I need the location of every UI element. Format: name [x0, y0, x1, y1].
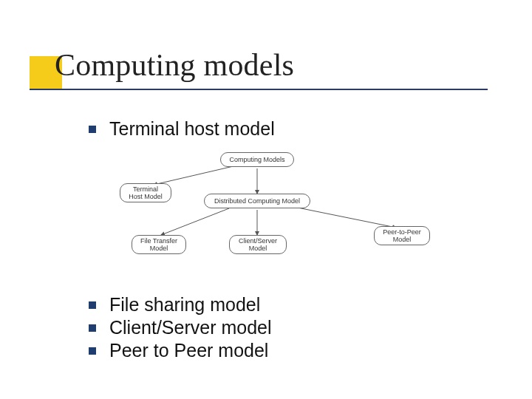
svg-line-0	[154, 166, 236, 185]
svg-line-2	[161, 208, 229, 235]
bullet-terminal-host: Terminal host model	[89, 118, 275, 140]
bullet-icon	[89, 324, 96, 332]
bullet-text: Terminal host model	[109, 118, 275, 140]
bullet-text: Peer to Peer model	[109, 340, 268, 361]
bullet-client-server: Client/Server model	[89, 317, 272, 338]
bullets-bottom: File sharing model Client/Server model P…	[89, 294, 272, 363]
bullet-icon	[89, 301, 96, 309]
node-distributed: Distributed Computing Model	[204, 194, 310, 208]
node-root: Computing Models	[220, 152, 294, 167]
bullet-text: Client/Server model	[109, 317, 272, 338]
diagram-connectors	[102, 152, 442, 278]
title-underline	[30, 89, 488, 90]
svg-line-4	[294, 207, 396, 228]
node-terminal: Terminal Host Model	[120, 183, 171, 202]
bullet-icon	[89, 347, 96, 355]
node-p2p: Peer-to-Peer Model	[374, 226, 430, 245]
bullet-peer-to-peer: Peer to Peer model	[89, 340, 272, 361]
slide-title: Computing models	[55, 47, 294, 83]
title-wrap: Computing models	[55, 47, 294, 83]
node-clientserver: Client/Server Model	[229, 235, 287, 254]
slide: Computing models Terminal host model Com…	[0, 0, 532, 399]
bullet-file-sharing: File sharing model	[89, 294, 272, 316]
bullet-icon	[89, 126, 96, 133]
bullet-text: File sharing model	[109, 294, 260, 316]
diagram: Computing Models Terminal Host Model Dis…	[102, 152, 442, 278]
node-file: File Transfer Model	[132, 235, 186, 254]
